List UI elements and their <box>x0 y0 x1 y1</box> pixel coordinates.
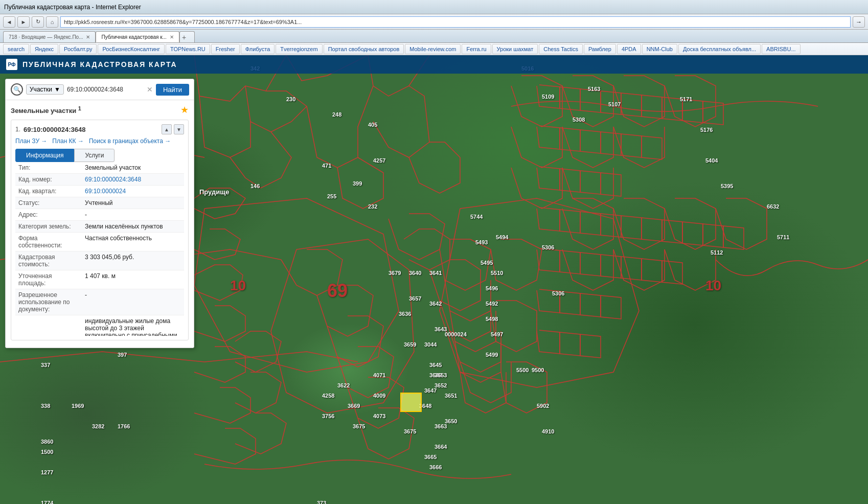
result-item: 1. 69:10:0000024:3648 ▲ ▼ План ЗУ → План… <box>11 120 189 340</box>
plan-zu-link[interactable]: План ЗУ → <box>15 138 47 145</box>
info-value: индивидуальные жилые дома высотой до 3 э… <box>82 315 184 336</box>
plan-kk-link[interactable]: План КК → <box>52 138 84 145</box>
home-button[interactable]: ⌂ <box>46 16 58 28</box>
search-bar: 🔍 Участки ▼ ✕ Найти <box>6 79 194 100</box>
search-input[interactable] <box>67 86 144 93</box>
tab-map[interactable]: Публичная кадастровая к... ✕ <box>96 31 179 42</box>
info-table-row: Категория земель:Земли населённых пункто… <box>15 221 184 233</box>
info-value: Земли населённых пунктов <box>82 221 184 233</box>
info-label: Кад. квартал: <box>15 186 82 197</box>
highlighted-plot <box>400 393 422 412</box>
bookmark-nnm[interactable]: NNM-Club <box>642 44 677 54</box>
info-value: 3 303 045,06 руб. <box>82 251 184 270</box>
favorite-star-button[interactable]: ★ <box>180 104 189 116</box>
info-label: Уточненная площадь: <box>15 270 82 289</box>
info-label <box>15 315 82 336</box>
bookmark-chess-lessons[interactable]: Уроки шахмат <box>492 44 538 54</box>
bookmark-rbc[interactable]: РосБизнесКонсалтинг <box>98 44 164 54</box>
tab-email[interactable]: 718 · Входящие — Яндекс.По... ✕ <box>3 31 96 42</box>
results-panel: Земельные участки 1 ★ 1. 69:10:0000024:3… <box>6 100 194 348</box>
search-clear-button[interactable]: ✕ <box>147 85 153 94</box>
tab-services[interactable]: Услуги <box>74 149 115 162</box>
result-number: 1. <box>15 126 20 133</box>
info-table-row: Форма собственности:Частная собственност… <box>15 233 184 251</box>
result-item-header: 1. 69:10:0000024:3648 ▲ ▼ <box>15 124 184 134</box>
refresh-button[interactable]: ↻ <box>32 16 44 28</box>
result-id: 69:10:0000024:3648 <box>24 126 85 133</box>
bookmark-topnews[interactable]: TOPNews.RU <box>166 44 210 54</box>
map-container[interactable]: РФ ПУБЛИЧНАЯ КАДАСТРОВАЯ КАРТА Прудище 1… <box>0 55 868 504</box>
info-label: Категория земель: <box>15 221 82 233</box>
tab-email-close[interactable]: ✕ <box>86 34 90 40</box>
browser-titlebar: Публичная кадастровая карта - Internet E… <box>0 0 868 14</box>
map-logo-icon: РФ <box>6 59 17 70</box>
result-nav-buttons: ▲ ▼ <box>162 124 184 134</box>
bookmark-chess-tactics[interactable]: Chess Tactics <box>539 44 583 54</box>
info-value: - <box>82 289 184 315</box>
forward-button[interactable]: ► <box>17 16 30 28</box>
search-in-bounds-link[interactable]: Поиск в границах объекта → <box>89 138 171 145</box>
info-table-row: Уточненная площадь:1 407 кв. м <box>15 270 184 289</box>
info-value: Земельный участок <box>82 162 184 174</box>
search-type-label: Участки <box>30 86 52 93</box>
bookmark-flibusta[interactable]: Флибуста <box>241 44 275 54</box>
bookmark-mobile-review[interactable]: Mobile-review.com <box>405 44 461 54</box>
info-table-row: Адрес:- <box>15 209 184 221</box>
bookmark-rosbalt[interactable]: Росбалт.ру <box>59 44 97 54</box>
bookmark-board[interactable]: Доска бесплатных объявл... <box>678 44 761 54</box>
search-submit-button[interactable]: Найти <box>156 84 189 96</box>
info-table-row: Тип:Земельный участок <box>15 162 184 174</box>
bookmark-fresher[interactable]: Fresher <box>211 44 240 54</box>
result-prev-button[interactable]: ▲ <box>162 124 172 134</box>
info-value: 1 407 кв. м <box>82 270 184 289</box>
map-topbar: РФ ПУБЛИЧНАЯ КАДАСТРОВАЯ КАРТА <box>0 55 868 74</box>
info-label: Кад. номер: <box>15 174 82 186</box>
info-value: Частная собственность <box>82 233 184 251</box>
info-label: Тип: <box>15 162 82 174</box>
bookmarks-bar: search Яндекс Росбалт.ру РосБизнесКонсал… <box>0 43 868 55</box>
info-table-wrapper[interactable]: Тип:Земельный участокКад. номер:69:10:00… <box>15 162 184 336</box>
info-label: Кадастровая стоимость: <box>15 251 82 270</box>
tab-info[interactable]: Информация <box>15 149 74 162</box>
back-button[interactable]: ◄ <box>3 16 15 28</box>
info-value[interactable]: 69:10:0000024:3648 <box>82 174 184 186</box>
result-next-button[interactable]: ▼ <box>174 124 184 134</box>
bookmark-abrisbu[interactable]: ABRISBU... <box>762 44 800 54</box>
result-tabs: Информация Услуги <box>15 149 184 162</box>
info-value: - <box>82 209 184 221</box>
bookmark-search[interactable]: search <box>3 44 29 54</box>
logo-rf-text: РФ <box>8 62 15 67</box>
info-value: Учтенный <box>82 197 184 209</box>
bookmark-tver[interactable]: Tverregionzem <box>276 44 322 54</box>
info-label: Форма собственности: <box>15 233 82 251</box>
info-table: Тип:Земельный участокКад. номер:69:10:00… <box>15 162 184 336</box>
bookmark-portal[interactable]: Портал свободных авторов <box>324 44 404 54</box>
info-label: Разрешенное использование по документу: <box>15 289 82 315</box>
results-title: Земельные участки 1 <box>11 105 81 114</box>
info-table-row: Статус:Учтенный <box>15 197 184 209</box>
bookmark-rambler[interactable]: Рамблер <box>584 44 616 54</box>
info-label: Адрес: <box>15 209 82 221</box>
browser-toolbar: ◄ ► ↻ ⌂ → <box>0 14 868 30</box>
search-type-chevron: ▼ <box>54 86 60 93</box>
tab-map-close[interactable]: ✕ <box>170 34 174 40</box>
bookmark-yandex[interactable]: Яндекс <box>30 44 58 54</box>
search-icon: 🔍 <box>11 83 23 96</box>
browser-title: Публичная кадастровая карта - Internet E… <box>4 4 141 11</box>
new-tab-icon: + <box>182 33 186 41</box>
bookmark-ferra[interactable]: Ferra.ru <box>462 44 491 54</box>
search-type-select[interactable]: Участки ▼ <box>26 84 64 95</box>
village-label: Прудище <box>199 188 229 196</box>
area-num-10-left: 10 <box>230 278 246 294</box>
bookmark-4pda[interactable]: 4PDA <box>617 44 641 54</box>
info-table-row: Кадастровая стоимость:3 303 045,06 руб. <box>15 251 184 270</box>
address-bar[interactable] <box>60 16 851 28</box>
map-title: ПУБЛИЧНАЯ КАДАСТРОВАЯ КАРТА <box>22 60 177 68</box>
search-panel: 🔍 Участки ▼ ✕ Найти Земельные участки 1 … <box>5 79 194 348</box>
go-button[interactable]: → <box>853 16 865 28</box>
info-value[interactable]: 69:10:0000024 <box>82 186 184 197</box>
tab-map-label: Публичная кадастровая к... <box>101 34 166 40</box>
result-links: План ЗУ → План КК → Поиск в границах объ… <box>15 138 184 145</box>
browser-tabs: 718 · Входящие — Яндекс.По... ✕ Публична… <box>0 30 868 43</box>
tab-new[interactable]: + <box>179 31 195 42</box>
